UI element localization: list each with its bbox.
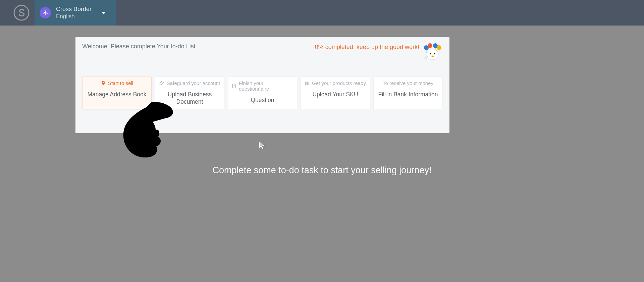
- tagline-text: Complete some to-do task to start your s…: [0, 165, 644, 176]
- tile-body-label: Upload Your SKU: [312, 91, 358, 98]
- svg-point-8: [437, 45, 441, 50]
- tile-questionnaire[interactable]: ? Finish your questionnaire Question: [228, 77, 297, 109]
- tile-body-label: Manage Address Book: [87, 91, 146, 98]
- tile-head-label: Start to sell: [108, 80, 133, 86]
- region-title: Cross Border: [56, 5, 92, 13]
- question-doc-icon: ?: [231, 83, 237, 89]
- chevron-down-icon: [102, 10, 106, 16]
- tile-head-label: Get your products ready: [312, 80, 366, 86]
- barcode-icon: [305, 81, 310, 86]
- svg-point-6: [428, 43, 432, 48]
- progress-wrap: 0% completed, keep up the good work!: [315, 43, 443, 61]
- mascot-icon: [423, 43, 443, 61]
- region-selector[interactable]: Cross Border English: [35, 0, 116, 26]
- svg-point-9: [425, 57, 427, 59]
- progress-text: 0% completed, keep up the good work!: [315, 44, 419, 51]
- tile-safeguard-account[interactable]: Safeguard your account Upload Business D…: [155, 77, 224, 109]
- tile-body-label: Upload Business Document: [159, 91, 221, 105]
- welcome-text: Welcome! Please complete Your to-do List…: [82, 43, 197, 50]
- paperclip-icon: [159, 81, 165, 86]
- tile-products-ready[interactable]: Get your products ready Upload Your SKU: [301, 77, 370, 109]
- tile-head-label: To receive your money: [383, 80, 433, 86]
- todo-tiles: Start to sell Manage Address Book Safegu…: [82, 77, 443, 109]
- app-logo: [13, 5, 30, 21]
- tile-head-label: Safeguard your account: [167, 80, 220, 86]
- svg-text:?: ?: [233, 85, 235, 88]
- svg-point-2: [430, 53, 431, 54]
- region-language: English: [56, 13, 92, 20]
- airplane-icon: [40, 7, 51, 18]
- todo-card: Welcome! Please complete Your to-do List…: [75, 37, 449, 133]
- todo-card-header: Welcome! Please complete Your to-do List…: [82, 43, 443, 61]
- tile-start-to-sell[interactable]: Start to sell Manage Address Book: [82, 77, 152, 109]
- tile-body-label: Question: [251, 96, 274, 104]
- region-text: Cross Border English: [56, 5, 92, 20]
- tile-head-label: Finish your questionnaire: [239, 80, 293, 92]
- svg-point-1: [427, 49, 438, 60]
- cursor-icon: [258, 140, 266, 150]
- tile-receive-money[interactable]: To receive your money Fill in Bank Infor…: [373, 77, 443, 109]
- svg-point-4: [432, 56, 434, 57]
- location-pin-icon: [101, 81, 106, 86]
- svg-point-3: [434, 53, 435, 54]
- tile-body-label: Fill in Bank Information: [378, 91, 438, 98]
- top-bar: Cross Border English: [0, 0, 644, 26]
